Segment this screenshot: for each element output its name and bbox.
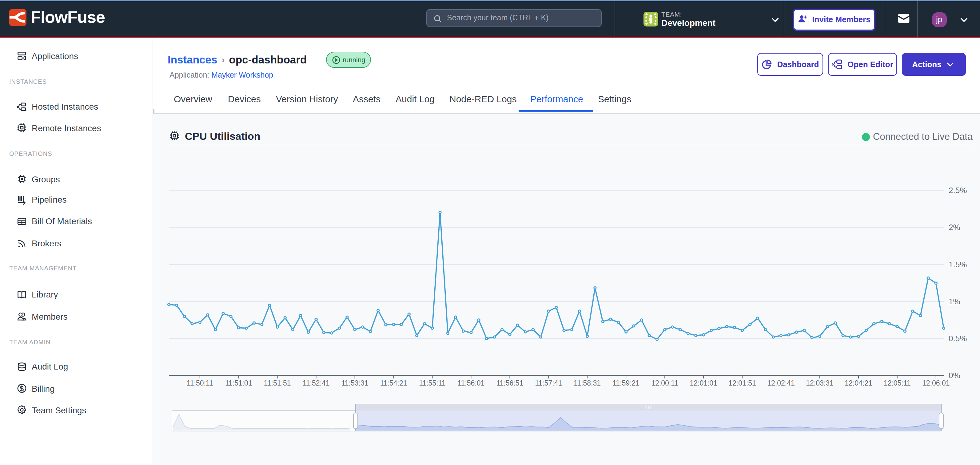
svg-text:11:54:21: 11:54:21 bbox=[380, 379, 407, 387]
svg-text:11:50:11: 11:50:11 bbox=[187, 379, 213, 387]
svg-text:11:53:31: 11:53:31 bbox=[341, 379, 369, 387]
svg-text:11:51:01: 11:51:01 bbox=[225, 379, 252, 387]
svg-text:11:52:41: 11:52:41 bbox=[303, 379, 330, 387]
svg-text:11:56:01: 11:56:01 bbox=[457, 379, 484, 387]
svg-text:11:57:41: 11:57:41 bbox=[535, 379, 562, 387]
svg-text:0.5%: 0.5% bbox=[949, 334, 967, 343]
svg-text:12:04:21: 12:04:21 bbox=[845, 379, 872, 387]
svg-text:11:56:51: 11:56:51 bbox=[496, 379, 523, 387]
svg-text:11:58:31: 11:58:31 bbox=[574, 379, 601, 387]
svg-text:11:51:51: 11:51:51 bbox=[264, 379, 291, 387]
svg-text:12:01:01: 12:01:01 bbox=[690, 379, 718, 387]
svg-text:11:55:11: 11:55:11 bbox=[419, 379, 445, 387]
svg-text:12:01:51: 12:01:51 bbox=[729, 379, 756, 387]
svg-text:11:59:21: 11:59:21 bbox=[612, 379, 640, 387]
svg-text:1.5%: 1.5% bbox=[949, 260, 967, 269]
svg-text:0%: 0% bbox=[949, 371, 960, 380]
svg-text:12:06:01: 12:06:01 bbox=[922, 379, 950, 387]
svg-text:2%: 2% bbox=[949, 223, 960, 232]
svg-text:12:03:31: 12:03:31 bbox=[806, 379, 834, 387]
svg-text:1%: 1% bbox=[949, 297, 960, 306]
svg-text:12:00:11: 12:00:11 bbox=[651, 379, 678, 387]
svg-text:12:05:11: 12:05:11 bbox=[884, 379, 911, 387]
svg-text:12:02:41: 12:02:41 bbox=[767, 379, 795, 387]
svg-text:2.5%: 2.5% bbox=[949, 186, 967, 195]
